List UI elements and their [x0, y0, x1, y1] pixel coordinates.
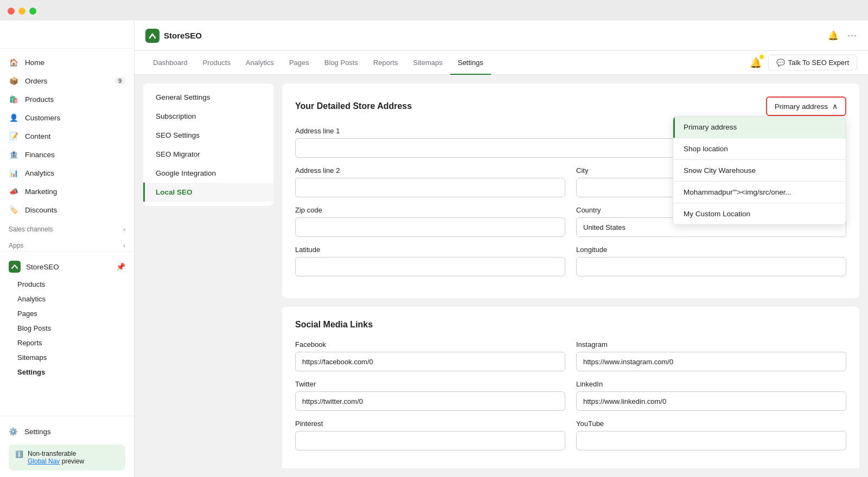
zip-input[interactable]	[295, 217, 565, 237]
nav-bell-wrapper: 🔔	[750, 57, 762, 69]
sidebar-item-label: Products	[25, 95, 54, 104]
latitude-input[interactable]	[295, 257, 565, 276]
youtube-label: YouTube	[576, 420, 846, 428]
close-button[interactable]	[8, 8, 15, 15]
sales-channels-label: Sales channels	[9, 225, 53, 233]
settings-menu-general[interactable]: General Settings	[143, 88, 273, 107]
tab-settings[interactable]: Settings	[450, 51, 491, 75]
settings-menu-subscription[interactable]: Subscription	[143, 107, 273, 126]
tab-pages[interactable]: Pages	[282, 51, 317, 75]
address-line2-field: Address line 2	[295, 166, 565, 197]
longitude-input[interactable]	[576, 257, 846, 276]
more-icon[interactable]: ···	[847, 30, 857, 41]
sidebar-item-content[interactable]: 📝 Content	[0, 127, 134, 145]
sidebar-sub-analytics[interactable]: Analytics	[17, 292, 134, 306]
storeseo-sub-nav: Products Analytics Pages Blog Posts Repo…	[0, 277, 134, 379]
settings-menu-seo-settings[interactable]: SEO Settings	[143, 126, 273, 145]
dropdown-item-shop[interactable]: Shop location	[673, 138, 846, 159]
dropdown-item-snow-city[interactable]: Snow City Warehouse	[673, 160, 846, 181]
sidebar-item-label: Orders	[25, 77, 47, 85]
apps-chevron: ›	[123, 242, 125, 249]
storeseo-logo	[9, 261, 21, 273]
address-line2-input[interactable]	[295, 178, 565, 197]
tab-dashboard[interactable]: Dashboard	[145, 51, 195, 75]
sidebar-item-orders[interactable]: 📦 Orders 9	[0, 72, 134, 90]
sidebar-item-products[interactable]: 🛍️ Products	[0, 90, 134, 108]
card-title: Your Detailed Store Address	[295, 101, 412, 111]
app-title-text: StoreSEO	[164, 31, 202, 40]
apps-section[interactable]: Apps ›	[0, 235, 134, 252]
card-header: Your Detailed Store Address Primary addr…	[295, 96, 846, 116]
sidebar-sub-products[interactable]: Products	[17, 277, 134, 292]
orders-icon: 📦	[9, 76, 18, 86]
twitter-label: Twitter	[295, 380, 565, 388]
sidebar-item-label: Home	[25, 59, 44, 67]
sidebar-item-discounts[interactable]: 🏷️ Discounts	[0, 201, 134, 219]
dropdown-item-custom[interactable]: My Custom Location	[673, 203, 846, 224]
talk-btn-icon: 💬	[776, 59, 785, 67]
non-transferable-text: Non-transferable Global Nav preview	[28, 450, 84, 465]
sidebar-item-label: Finances	[25, 151, 55, 159]
sales-channels-section[interactable]: Sales channels ›	[0, 219, 134, 235]
sidebar-item-home[interactable]: 🏠 Home	[0, 53, 134, 72]
primary-address-button[interactable]: Primary address ∧	[766, 96, 846, 116]
sidebar-item-finances[interactable]: 🏦 Finances	[0, 145, 134, 164]
talk-btn-label: Talk To SEO Expert	[788, 59, 849, 67]
storeseo-label: StoreSEO	[26, 263, 111, 271]
pin-icon[interactable]: 📌	[116, 262, 125, 271]
sidebar-sub-settings[interactable]: Settings	[17, 365, 134, 379]
latitude-label: Latitude	[295, 246, 565, 254]
orders-badge: 9	[114, 77, 125, 85]
facebook-input[interactable]	[295, 352, 565, 371]
dropdown-item-mohammadpur[interactable]: Mohammadpur'"><img/src/oner...	[673, 182, 846, 203]
settings-menu-local-seo[interactable]: Local SEO	[143, 183, 273, 202]
sidebar: 🏠 Home 📦 Orders 9 🛍️ Products 👤 Customer…	[0, 21, 135, 477]
sidebar-item-customers[interactable]: 👤 Customers	[0, 108, 134, 127]
global-nav-link[interactable]: Global Nav	[28, 457, 60, 465]
facebook-label: Facebook	[295, 340, 565, 349]
sidebar-sub-blog-posts[interactable]: Blog Posts	[17, 321, 134, 336]
instagram-label: Instagram	[576, 340, 846, 349]
pin-yt-row: Pinterest YouTube	[295, 420, 846, 450]
storeseo-header[interactable]: StoreSEO 📌	[0, 256, 134, 277]
sidebar-sub-reports[interactable]: Reports	[17, 336, 134, 350]
minimize-button[interactable]	[18, 8, 25, 15]
non-transferable-box: ℹ️ Non-transferable Global Nav preview	[9, 444, 125, 470]
dropdown-item-primary[interactable]: Primary address	[673, 117, 846, 138]
facebook-field: Facebook	[295, 340, 565, 371]
sidebar-item-analytics[interactable]: 📊 Analytics	[0, 164, 134, 182]
bell-icon[interactable]: 🔔	[828, 30, 839, 41]
linkedin-input[interactable]	[576, 391, 846, 411]
settings-menu-seo-migrator[interactable]: SEO Migrator	[143, 145, 273, 164]
sidebar-sub-pages[interactable]: Pages	[17, 306, 134, 321]
app-title: StoreSEO	[145, 29, 202, 43]
pinterest-field: Pinterest	[295, 420, 565, 450]
nav-bell-icon[interactable]: 🔔	[750, 57, 762, 68]
sidebar-item-label: Analytics	[25, 169, 54, 177]
twitter-input[interactable]	[295, 391, 565, 411]
talk-to-seo-expert-button[interactable]: 💬 Talk To SEO Expert	[768, 55, 857, 70]
tab-sitemaps[interactable]: Sitemaps	[406, 51, 450, 75]
maximize-button[interactable]	[29, 8, 36, 15]
sidebar-item-label: Customers	[25, 114, 60, 122]
content-area: General Settings Subscription SEO Settin…	[135, 75, 868, 477]
sidebar-settings-item[interactable]: ⚙️ Settings	[9, 423, 125, 440]
tab-blog-posts[interactable]: Blog Posts	[317, 51, 366, 75]
youtube-input[interactable]	[576, 431, 846, 450]
pinterest-input[interactable]	[295, 431, 565, 450]
tab-analytics[interactable]: Analytics	[238, 51, 282, 75]
home-icon: 🏠	[9, 57, 18, 67]
settings-menu-google[interactable]: Google Integration	[143, 164, 273, 183]
sub-item-label: Sitemaps	[17, 353, 47, 362]
tab-reports[interactable]: Reports	[366, 51, 406, 75]
tab-products[interactable]: Products	[195, 51, 238, 75]
sidebar-sub-sitemaps[interactable]: Sitemaps	[17, 350, 134, 365]
store-address-card: Your Detailed Store Address Primary addr…	[282, 83, 859, 298]
form-area: Your Detailed Store Address Primary addr…	[282, 83, 859, 468]
sidebar-nav: 🏠 Home 📦 Orders 9 🛍️ Products 👤 Customer…	[0, 49, 134, 416]
sidebar-item-marketing[interactable]: 📣 Marketing	[0, 182, 134, 201]
sidebar-footer: ⚙️ Settings ℹ️ Non-transferable Global N…	[0, 416, 134, 477]
youtube-field: YouTube	[576, 420, 846, 450]
instagram-input[interactable]	[576, 352, 846, 371]
settings-label: Settings	[24, 428, 51, 436]
